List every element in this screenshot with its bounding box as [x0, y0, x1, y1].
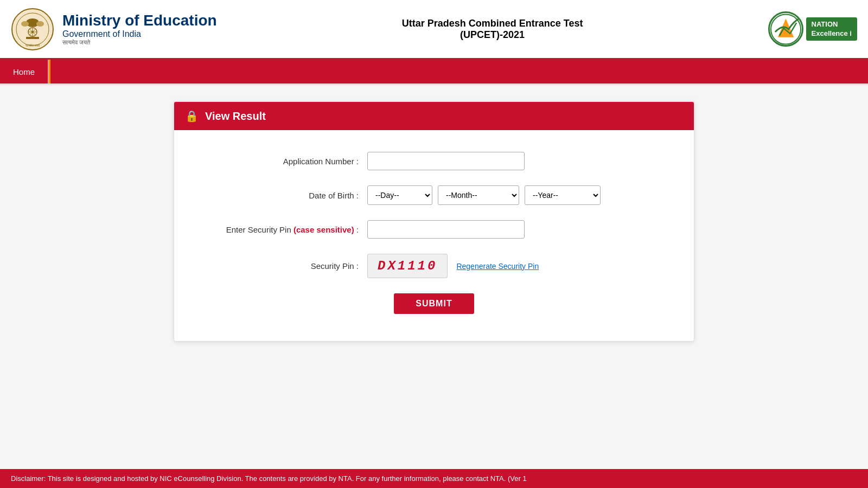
- header-left: सत्यमेव जयते Ministry of Education Gover…: [11, 8, 217, 51]
- footer-disclaimer: Disclaimer: This site is designed and ho…: [0, 469, 868, 488]
- security-pin-input-row: Enter Security Pin (case sensitive) :: [207, 220, 661, 239]
- security-pin-image: DX1110: [367, 254, 448, 278]
- regenerate-link[interactable]: Regenerate Security Pin: [456, 262, 539, 271]
- submit-row: SUBMIT: [207, 293, 661, 314]
- day-select[interactable]: --Day--123456789101112131415161718192021…: [367, 185, 432, 205]
- nav-divider: [49, 60, 50, 84]
- nic-logo-wrapper: NATION Excellence i: [768, 11, 857, 47]
- application-number-input[interactable]: [367, 152, 525, 170]
- nic-badge: NATION Excellence i: [806, 17, 857, 41]
- navbar: Home: [0, 60, 868, 84]
- exam-subtitle: (UPCET)-2021: [217, 29, 768, 41]
- emblem-icon: सत्यमेव जयते: [11, 8, 54, 51]
- dob-row: Date of Birth : --Day--12345678910111213…: [207, 185, 661, 205]
- exam-title: Uttar Pradesh Combined Entrance Test: [217, 18, 768, 29]
- svg-point-12: [36, 21, 44, 27]
- tagline: सत्यमेव जयते: [62, 39, 217, 46]
- application-number-row: Application Number :: [207, 152, 661, 170]
- dob-selects: --Day--123456789101112131415161718192021…: [367, 185, 601, 205]
- ministry-sub: Government of India: [62, 29, 217, 39]
- security-pin-label-prefix: Enter Security Pin: [226, 225, 293, 234]
- security-pin-input[interactable]: [367, 220, 525, 239]
- nav-home-label: Home: [13, 67, 35, 76]
- submit-button[interactable]: SUBMIT: [394, 293, 474, 314]
- ministry-name: Ministry of Education: [62, 12, 217, 29]
- svg-rect-10: [26, 37, 39, 39]
- dob-label: Date of Birth :: [207, 191, 359, 200]
- page-header: सत्यमेव जयते Ministry of Education Gover…: [0, 0, 868, 60]
- nav-item-home[interactable]: Home: [0, 60, 49, 84]
- form-card-header: 🔒 View Result: [174, 102, 694, 130]
- application-number-label: Application Number :: [207, 157, 359, 166]
- ministry-text-block: Ministry of Education Government of Indi…: [62, 12, 217, 46]
- nic-sublabel: Excellence i: [812, 29, 852, 38]
- security-pin-input-label: Enter Security Pin (case sensitive) :: [207, 225, 359, 234]
- header-right: NATION Excellence i: [768, 11, 857, 47]
- view-result-card: 🔒 View Result Application Number : Date …: [174, 101, 694, 342]
- svg-rect-3: [27, 23, 38, 24]
- year-select[interactable]: --Year--19901991199219931994199519961997…: [525, 185, 601, 205]
- security-pin-label-suffix: :: [354, 225, 359, 234]
- month-select[interactable]: --Month--JanuaryFebruaryMarchAprilMayJun…: [438, 185, 519, 205]
- security-pin-display-label: Security Pin :: [207, 261, 359, 271]
- form-card-title: View Result: [205, 110, 266, 123]
- security-pin-display-row: Security Pin : DX1110 Regenerate Securit…: [207, 254, 661, 278]
- svg-text:सत्यमेव जयते: सत्यमेव जयते: [25, 43, 41, 47]
- nic-circle-logo: [768, 11, 803, 47]
- header-center: Uttar Pradesh Combined Entrance Test (UP…: [217, 18, 768, 41]
- case-sensitive-label: (case sensitive): [293, 225, 354, 234]
- lock-icon: 🔒: [185, 110, 199, 123]
- form-card-body: Application Number : Date of Birth : --D…: [174, 130, 694, 341]
- disclaimer-text: Disclaimer: This site is designed and ho…: [11, 474, 527, 483]
- svg-point-11: [21, 21, 29, 27]
- main-content: 🔒 View Result Application Number : Date …: [0, 85, 868, 358]
- nic-label: NATION: [812, 20, 852, 29]
- nic-svg: [770, 13, 802, 46]
